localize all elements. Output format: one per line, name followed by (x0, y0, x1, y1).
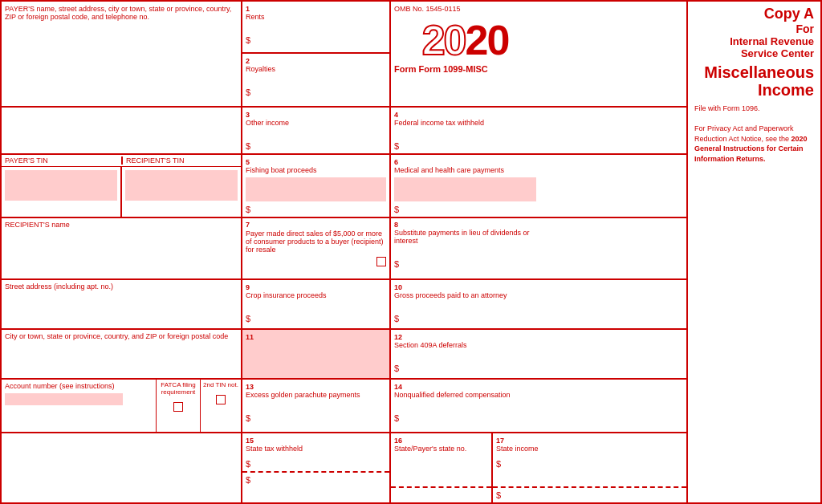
field-4-box: 4 Federal income tax withheld $ (391, 108, 539, 153)
tinnot-box: 2nd TIN not. (201, 380, 241, 432)
field-13-box: 13 Excess golden parachute payments $ (242, 380, 391, 432)
recipient-tin-input[interactable] (125, 170, 238, 201)
recipient-tin-label: RECIPIENT'S TIN (121, 156, 238, 165)
payer-tin-label: PAYER'S TIN (5, 156, 121, 165)
field-17-column: 17 State income $ $ (493, 433, 686, 502)
field-7-num: 7 (246, 221, 250, 229)
account-section: Account number (see instructions) FATCA … (2, 380, 242, 432)
account-number-label: Account number (see instructions) (5, 382, 153, 390)
field-2-dollar: $ (246, 87, 386, 97)
field-11-num: 11 (246, 333, 254, 341)
field-4-label: Federal income tax withheld (394, 119, 536, 127)
recipient-name-label: RECIPIENT'S name (5, 221, 238, 229)
field-10-box: 10 Gross proceeds paid to an attorney $ (391, 280, 539, 328)
form-1099-misc: PAYER'S name, street address, city or to… (0, 0, 822, 504)
field-3-num: 3 (246, 111, 250, 119)
field-8-dollar: $ (394, 259, 536, 269)
field-17-box2: $ (493, 486, 686, 502)
field-6-num: 6 (394, 158, 398, 166)
year-display: 2020 (422, 19, 509, 61)
field-5-box: 5 Fishing boat proceeds $ (242, 155, 391, 217)
main-form: PAYER'S name, street address, city or to… (2, 2, 688, 502)
field-15-dollar2: $ (246, 475, 386, 485)
field-14-box: 14 Nonqualified deferred compensation $ (391, 380, 539, 432)
field-10-label: Gross proceeds paid to an attorney (394, 291, 536, 299)
fields-1-2-column: 1 Rents $ 2 Royalties $ (242, 2, 391, 106)
field-17-label: State income (496, 445, 683, 453)
row-1: PAYER'S name, street address, city or to… (2, 2, 686, 108)
privacy-notice: For Privacy Act and Paperwork Reduction … (694, 124, 794, 143)
field-12-num: 12 (394, 333, 402, 341)
field-8-num: 8 (394, 221, 398, 229)
field-12-label: Section 409A deferrals (394, 341, 536, 349)
tin-boxes-row (2, 167, 241, 217)
field-10-num: 10 (394, 283, 402, 291)
field-9-dollar: $ (246, 314, 386, 323)
copy-a-for: For (796, 22, 814, 35)
form-name: Form Form 1099-MISC (394, 64, 488, 74)
copy-a-title: Copy A (764, 6, 814, 22)
field-3-box: 3 Other income $ (242, 108, 391, 153)
recipient-tin-input-area (122, 167, 241, 217)
account-number-input[interactable] (5, 393, 123, 405)
tinnot-label: 2nd TIN not. (202, 381, 239, 388)
tinnot-checkbox[interactable] (216, 395, 226, 404)
recipient-name-box: RECIPIENT'S name (2, 218, 242, 278)
sidebar-instructions: File with Form 1096. For Privacy Act and… (694, 104, 814, 165)
fatca-checkbox[interactable] (173, 402, 183, 412)
field-5-label: Fishing boat proceeds (246, 166, 386, 174)
state-left-spacer (2, 433, 242, 502)
field-15-box2: $ (242, 471, 389, 487)
row-6: City or town, state or province, country… (2, 330, 686, 380)
tin-labels-row: PAYER'S TIN RECIPIENT'S TIN (2, 155, 241, 167)
field-16-num: 16 (394, 437, 402, 445)
field-6-label: Medical and health care payments (394, 166, 536, 174)
field-14-label: Nonqualified deferred compensation (394, 391, 536, 399)
field-16-label: State/Payer's state no. (394, 445, 488, 453)
field-1-box: 1 Rents $ (242, 2, 389, 54)
right-sidebar: Copy A For Internal Revenue Service Cent… (688, 2, 820, 502)
field-6-box: 6 Medical and health care payments $ (391, 155, 539, 217)
payer-tin-input[interactable] (5, 170, 117, 201)
field-16-box2 (391, 486, 491, 502)
misc-income-title: Miscellaneous Income (694, 63, 814, 99)
omb-number: OMB No. 1545-0115 (394, 5, 461, 13)
field-13-label: Excess golden parachute payments (246, 391, 386, 399)
field-16-column: 16 State/Payer's state no. (391, 433, 493, 502)
field-15-num: 15 (246, 437, 254, 445)
fatca-label: FATCA filing requirement (158, 381, 198, 396)
row-2: 3 Other income $ 4 Federal income tax wi… (2, 108, 686, 155)
copy-a-section: Copy A For Internal Revenue Service Cent… (694, 6, 814, 60)
field-3-label: Other income (246, 119, 386, 127)
year-outline: 20 (422, 17, 466, 63)
field-17-num: 17 (496, 437, 504, 445)
field-7-checkbox[interactable] (376, 257, 386, 266)
field-11-box: 11 (242, 330, 391, 378)
street-address-box: Street address (including apt. no.) (2, 280, 242, 328)
fatca-box: FATCA filing requirement (157, 380, 201, 432)
field-12-box: 12 Section 409A deferrals $ (391, 330, 539, 378)
field-7-label: Payer made direct sales of $5,000 or mor… (246, 230, 386, 254)
field-6-dollar: $ (394, 205, 536, 214)
row-4: RECIPIENT'S name 7 Payer made direct sal… (2, 218, 686, 280)
row2-left-spacer (2, 108, 242, 153)
copy-a-service: Internal Revenue Service Center (694, 35, 814, 60)
field-10-dollar: $ (394, 314, 536, 323)
field-4-num: 4 (394, 111, 398, 119)
field-1-dollar: $ (246, 35, 386, 45)
row-5: Street address (including apt. no.) 9 Cr… (2, 280, 686, 330)
field-14-num: 14 (394, 383, 402, 391)
field-16-box: 16 State/Payer's state no. (391, 433, 491, 486)
field-3-dollar: $ (246, 141, 386, 151)
field-15-dollar1: $ (246, 459, 386, 469)
row-7: Account number (see instructions) FATCA … (2, 380, 686, 433)
payer-tin-input-area (2, 167, 120, 217)
field-9-box: 9 Crop insurance proceeds $ (242, 280, 391, 328)
field-7-box: 7 Payer made direct sales of $5,000 or m… (242, 218, 391, 278)
field-12-dollar: $ (394, 364, 536, 373)
field-1-label: Rents (246, 13, 386, 21)
field-2-label: Royalties (246, 65, 386, 73)
row-3: PAYER'S TIN RECIPIENT'S TIN 5 Fishing bo… (2, 155, 686, 218)
field-1-num: 1 (246, 5, 250, 13)
year-solid: 20 (466, 17, 509, 63)
